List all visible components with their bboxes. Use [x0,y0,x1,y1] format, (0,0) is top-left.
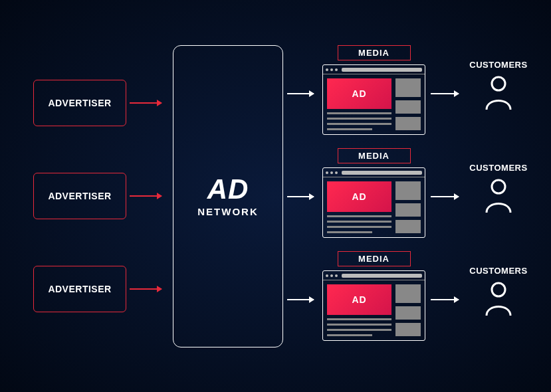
url-bar [342,171,422,175]
advertiser-box-1: ADVERTISER [33,80,126,126]
person-icon [465,75,532,111]
ad-block: AD [327,78,391,109]
ad-block: AD [327,284,391,315]
window-dot-icon [335,171,338,174]
browser-mock-1: AD [322,64,425,135]
content-line [327,123,391,125]
svg-point-0 [492,77,505,90]
customer-group-3: CUSTOMERS [465,266,532,317]
content-line [327,226,391,228]
browser-body: AD [323,177,425,237]
sidebar-block [395,306,421,320]
person-icon [465,178,532,214]
window-dot-icon [326,171,328,174]
customer-label: CUSTOMERS [465,60,532,70]
content-line [327,318,391,320]
media-group-2: MEDIA AD [322,148,425,238]
content-line [327,324,391,326]
url-bar [342,274,422,278]
window-dot-icon [335,274,338,277]
advertiser-box-3: ADVERTISER [33,266,126,312]
window-dot-icon [330,274,333,277]
content-line [327,329,391,331]
content-line [327,112,391,114]
media-group-1: MEDIA AD [322,45,425,135]
window-dot-icon [330,171,333,174]
network-title: AD [207,175,249,203]
browser-chrome [323,271,425,280]
advertiser-label: ADVERTISER [48,284,111,294]
content-line [327,221,391,223]
person-icon [465,281,532,317]
window-dot-icon [330,68,333,71]
arrow-advertiser-to-network-2 [130,195,162,197]
svg-point-1 [492,180,505,193]
window-dot-icon [335,68,338,71]
ad-network-box: AD NETWORK [173,45,283,347]
arrow-network-to-media-1 [287,93,314,94]
content-line [327,215,391,217]
customer-label: CUSTOMERS [465,266,532,276]
content-line [327,334,372,336]
advertiser-label: ADVERTISER [48,98,111,108]
media-label: MEDIA [338,45,411,60]
sidebar-block [395,323,421,336]
sidebar-block [395,181,421,200]
arrow-advertiser-to-network-3 [130,288,162,290]
browser-mock-2: AD [322,167,425,238]
arrow-media-to-customer-2 [431,196,459,197]
browser-mock-3: AD [322,270,425,341]
network-subtitle: NETWORK [197,206,259,217]
customer-label: CUSTOMERS [465,163,532,173]
sidebar-block [395,117,421,130]
browser-chrome [323,168,425,177]
media-label: MEDIA [338,148,411,163]
ad-block-label: AD [352,294,366,305]
media-group-3: MEDIA AD [322,251,425,341]
sidebar-block [395,78,421,97]
ad-block-label: AD [352,191,366,202]
arrow-network-to-media-2 [287,196,314,197]
url-bar [342,68,422,72]
browser-body: AD [323,74,425,134]
content-line [327,118,391,120]
ad-block-label: AD [352,88,366,99]
customer-group-1: CUSTOMERS [465,60,532,111]
browser-body: AD [323,280,425,340]
svg-point-2 [492,283,505,296]
media-label: MEDIA [338,251,411,266]
window-dot-icon [326,68,328,71]
arrow-advertiser-to-network-1 [130,102,162,104]
ad-block: AD [327,181,391,212]
customer-group-2: CUSTOMERS [465,163,532,214]
arrow-media-to-customer-3 [431,299,459,300]
sidebar-block [395,284,421,303]
sidebar-block [395,203,421,217]
content-line [327,128,372,130]
window-dot-icon [326,274,328,277]
arrow-network-to-media-3 [287,299,314,300]
advertiser-label: ADVERTISER [48,191,111,201]
arrow-media-to-customer-1 [431,93,459,94]
browser-chrome [323,65,425,74]
sidebar-block [395,100,421,114]
advertiser-box-2: ADVERTISER [33,173,126,219]
content-line [327,231,372,233]
sidebar-block [395,220,421,233]
